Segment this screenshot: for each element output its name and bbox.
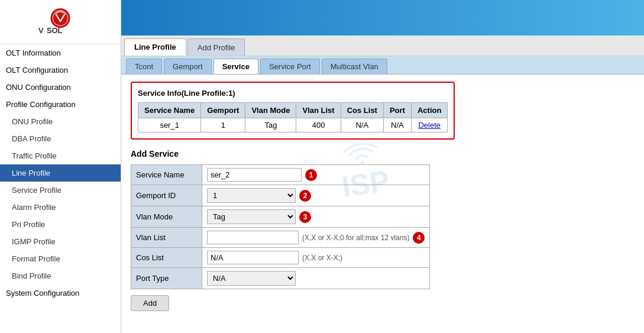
svg-text:SOL: SOL	[47, 26, 63, 35]
col-gemport: Gemport	[201, 103, 245, 118]
sidebar-item-system-configuration[interactable]: System Configuration	[0, 284, 121, 302]
sub-tab-tcont[interactable]: Tcont	[126, 59, 162, 74]
service-info-title: Service Info(Line Profile:1)	[138, 89, 448, 98]
form-row-cos-list: Cos List (X,X or X-X;)	[131, 248, 430, 268]
input-cell-port-type: N/A Eth POTS	[202, 268, 430, 289]
vsol-logo: V · SOL	[25, 6, 96, 38]
cell-port: N/A	[383, 118, 411, 132]
input-cell-cos-list: (X,X or X-X;)	[202, 248, 430, 268]
sub-tab-service[interactable]: Service	[213, 59, 258, 74]
sidebar-item-bind-profile[interactable]: Bind Profile	[0, 267, 121, 284]
badge-2: 2	[299, 190, 311, 202]
vlan-list-input[interactable]	[207, 231, 299, 244]
sub-tab-gemport[interactable]: Gemport	[164, 59, 212, 74]
cos-list-hint: (X,X or X-X;)	[302, 254, 342, 262]
label-service-name: Service Name	[131, 165, 202, 185]
sidebar-item-alarm-profile[interactable]: Alarm Profile	[0, 199, 121, 216]
sidebar-item-pri-profile[interactable]: Pri Profile	[0, 216, 121, 233]
sub-tab-bar: Tcont Gemport Service Service Port Multi…	[121, 56, 644, 75]
col-vlan-list: Vlan List	[296, 103, 341, 118]
cell-service-name: ser_1	[138, 118, 201, 132]
label-vlan-list: Vlan List	[131, 228, 202, 248]
delete-link[interactable]: Delete	[418, 121, 441, 130]
add-service-form: Service Name 1 Gemport ID	[131, 164, 430, 289]
service-name-input[interactable]	[207, 168, 302, 182]
cell-cos-list: N/A	[341, 118, 383, 132]
badge-4: 4	[413, 232, 425, 244]
add-service-section: Add Service ISP	[131, 149, 635, 311]
col-service-name: Service Name	[138, 103, 201, 118]
cell-vlan-mode: Tag	[245, 118, 296, 132]
col-action: Action	[411, 103, 447, 118]
vlan-list-hint: (X,X or X-X;0 for all;max 12 vlans)	[302, 234, 409, 242]
tab-add-profile[interactable]: Add Profile	[187, 38, 245, 56]
sidebar-item-olt-information[interactable]: OLT Information	[0, 44, 121, 62]
table-row: ser_1 1 Tag 400 N/A N/A Delete	[138, 118, 448, 132]
input-cell-gemport-id: 1 2 3 4 2	[202, 185, 430, 206]
sidebar-item-traffic-profile[interactable]: Traffic Profile	[0, 147, 121, 164]
col-vlan-mode: Vlan Mode	[245, 103, 296, 118]
cell-vlan-list: 400	[296, 118, 341, 132]
sidebar-item-dba-profile[interactable]: DBA Profile	[0, 130, 121, 147]
top-banner	[121, 0, 644, 35]
content-area: Line Profile Add Profile Tcont Gemport S…	[121, 35, 644, 333]
main-area: Line Profile Add Profile Tcont Gemport S…	[121, 0, 644, 333]
form-row-gemport-id: Gemport ID 1 2 3 4 2	[131, 185, 430, 206]
form-row-vlan-list: Vlan List (X,X or X-X;0 for all;max 12 v…	[131, 228, 430, 248]
tab-line-profile[interactable]: Line Profile	[124, 38, 186, 56]
service-info-table: Service Name Gemport Vlan Mode Vlan List…	[138, 102, 448, 132]
input-cell-vlan-list: (X,X or X-X;0 for all;max 12 vlans) 4	[202, 228, 430, 248]
gemport-id-select[interactable]: 1 2 3 4	[207, 188, 296, 203]
sub-tab-service-port[interactable]: Service Port	[260, 59, 320, 74]
label-cos-list: Cos List	[131, 248, 202, 268]
input-cell-vlan-mode: Tag Transparent Translate 3	[202, 206, 430, 228]
sidebar-item-profile-configuration[interactable]: Profile Configuration	[0, 96, 121, 113]
sidebar-item-onu-configuration[interactable]: ONU Configuration	[0, 79, 121, 96]
input-cell-service-name: 1	[202, 165, 430, 185]
vlan-mode-select[interactable]: Tag Transparent Translate	[207, 209, 296, 224]
add-button[interactable]: Add	[131, 295, 169, 311]
service-info-box: Service Info(Line Profile:1) Service Nam…	[131, 82, 455, 140]
port-type-select[interactable]: N/A Eth POTS	[207, 271, 296, 286]
col-port: Port	[383, 103, 411, 118]
cos-list-input[interactable]	[207, 251, 299, 264]
cell-action: Delete	[411, 118, 447, 132]
form-row-port-type: Port Type N/A Eth POTS	[131, 268, 430, 289]
add-service-title: Add Service	[131, 149, 635, 159]
col-cos-list: Cos List	[341, 103, 383, 118]
form-row-vlan-mode: Vlan Mode Tag Transparent Translate 3	[131, 206, 430, 228]
badge-3: 3	[299, 211, 311, 223]
sidebar-item-line-profile[interactable]: Line Profile	[0, 164, 121, 182]
main-tab-bar: Line Profile Add Profile	[121, 35, 644, 56]
service-content-panel: Service Info(Line Profile:1) Service Nam…	[121, 75, 644, 318]
svg-text:V: V	[38, 26, 44, 35]
sub-tab-multicast-vlan[interactable]: Multicast Vlan	[322, 59, 387, 74]
logo-area: V · SOL	[0, 0, 121, 44]
badge-1: 1	[305, 169, 317, 181]
svg-text:·: ·	[44, 29, 45, 33]
form-row-service-name: Service Name 1	[131, 165, 430, 185]
label-gemport-id: Gemport ID	[131, 185, 202, 206]
cell-gemport: 1	[201, 118, 245, 132]
sidebar-item-service-profile[interactable]: Service Profile	[0, 182, 121, 199]
sidebar-item-format-profile[interactable]: Format Profile	[0, 250, 121, 267]
sidebar-item-igmp-profile[interactable]: IGMP Profile	[0, 233, 121, 250]
label-port-type: Port Type	[131, 268, 202, 289]
sidebar: V · SOL OLT Information OLT Configuratio…	[0, 0, 121, 333]
label-vlan-mode: Vlan Mode	[131, 206, 202, 228]
sidebar-item-onu-profile[interactable]: ONU Profile	[0, 113, 121, 130]
sidebar-item-olt-configuration[interactable]: OLT Configuration	[0, 62, 121, 79]
